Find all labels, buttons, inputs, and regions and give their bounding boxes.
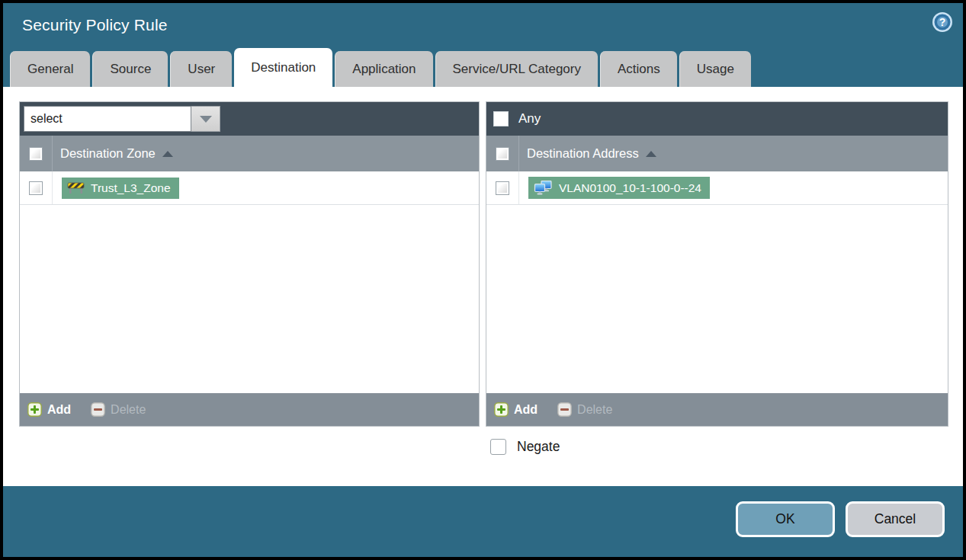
zone-icon [67,181,85,194]
zone-panel-footer: Add Delete [20,393,479,426]
table-row: VLAN0100_10-1-100-0--24 [486,171,948,205]
titlebar: Security Policy Rule ? [3,3,963,47]
tab-general[interactable]: General [10,51,90,87]
zone-filter-select[interactable]: select [24,106,220,132]
help-icon[interactable]: ? [932,11,953,33]
negate-checkbox[interactable] [490,439,506,455]
zone-column-header[interactable]: Destination Zone [52,136,479,171]
chevron-down-icon [200,116,212,123]
negate-row: Negate [490,439,560,455]
tab-usage[interactable]: Usage [679,51,751,87]
security-policy-rule-dialog: Security Policy Rule ? General Source Us… [0,0,966,560]
address-chip[interactable]: VLAN0100_10-1-100-0--24 [528,177,710,199]
zone-delete-button[interactable]: Delete [91,402,146,417]
zone-panel-toolbar: select [20,102,479,136]
destination-zone-panel: select Destination Zone [19,101,480,427]
address-panel-toolbar: Any [486,102,948,136]
add-icon [27,402,42,417]
zone-list: Trust_L3_Zone [20,171,479,393]
address-delete-button[interactable]: Delete [557,402,612,417]
sort-ascending-icon [162,151,173,157]
address-add-button[interactable]: Add [494,402,538,417]
delete-icon [91,402,105,417]
delete-icon [557,402,572,417]
dialog-footer: OK Cancel [3,486,963,557]
address-column-header-row: Destination Address [486,136,948,171]
zone-add-label: Add [47,403,71,417]
address-list: VLAN0100_10-1-100-0--24 [486,171,948,393]
address-delete-label: Delete [577,403,612,417]
zone-add-button[interactable]: Add [27,402,71,417]
zone-delete-label: Delete [111,403,146,417]
tab-source[interactable]: Source [92,51,168,87]
sort-ascending-icon [646,151,656,157]
zone-chip-label: Trust_L3_Zone [91,181,171,195]
address-column-header[interactable]: Destination Address [518,136,948,171]
address-panel-footer: Add Delete [486,393,948,426]
zone-chip[interactable]: Trust_L3_Zone [62,178,179,199]
address-icon [534,181,553,195]
tab-strip: General Source User Destination Applicat… [3,47,963,87]
zone-column-header-row: Destination Zone [20,136,479,171]
table-row: Trust_L3_Zone [20,171,479,205]
tab-actions[interactable]: Actions [600,51,677,87]
address-add-label: Add [514,403,538,417]
ok-button[interactable]: OK [736,501,835,537]
address-column-header-label: Destination Address [527,146,639,161]
negate-label: Negate [517,439,560,455]
zone-filter-select-value[interactable]: select [24,106,191,132]
cancel-button[interactable]: Cancel [846,501,945,537]
tab-application[interactable]: Application [335,51,432,87]
zone-column-header-label: Destination Zone [60,146,156,161]
tab-destination[interactable]: Destination [234,48,332,87]
add-icon [494,402,509,417]
address-chip-label: VLAN0100_10-1-100-0--24 [559,181,701,195]
address-select-all-checkbox[interactable] [496,147,509,161]
destination-address-panel: Any Destination Address [486,101,948,427]
address-row-checkbox[interactable] [496,181,509,195]
any-checkbox[interactable] [493,111,509,126]
tab-service-url-category[interactable]: Service/URL Category [435,51,599,87]
zone-row-checkbox[interactable] [29,181,43,195]
zone-select-all-checkbox[interactable] [29,147,43,161]
svg-text:?: ? [939,16,946,28]
destination-tab-content: select Destination Zone [3,87,963,486]
tab-user[interactable]: User [170,51,232,87]
zone-filter-dropdown-button[interactable] [191,106,220,132]
any-checkbox-label: Any [518,111,541,126]
dialog-title: Security Policy Rule [22,16,168,34]
